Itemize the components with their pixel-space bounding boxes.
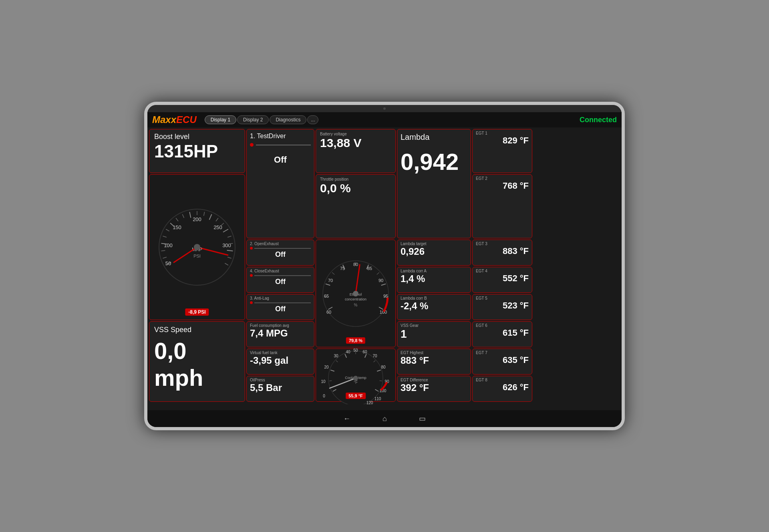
coolant-badge: 55,9 °F xyxy=(346,393,366,399)
ethanol-badge: 79,8 % xyxy=(346,337,365,344)
svg-text:120: 120 xyxy=(366,401,373,404)
svg-text:70: 70 xyxy=(372,354,377,358)
lambda-corr-b-label: Lambda corr B xyxy=(401,296,467,300)
top-bar: MaxxECU Display 1 Display 2 Diagnostics … xyxy=(147,112,622,127)
svg-text:150: 150 xyxy=(173,224,181,230)
egt4-label: EGT 4 xyxy=(476,269,529,273)
closeexhaust-label: 4. CloseExhaust xyxy=(250,269,311,273)
openexhaust-label: 2. OpenExhaust xyxy=(250,242,311,246)
lambda-target-cell: Lambda target 0,926 xyxy=(397,240,471,266)
egt2-value: 768 °F xyxy=(476,181,529,191)
virtual-fuel-label: Virtual fuel tank xyxy=(250,351,311,355)
fuel-consumption-value: 7,4 MPG xyxy=(250,328,311,339)
closeexhaust-track xyxy=(254,275,311,276)
vss-speed-title: VSS Speed xyxy=(154,326,240,334)
nav-back-button[interactable]: ← xyxy=(343,415,350,423)
openexhaust-cell: 2. OpenExhaust Off xyxy=(246,240,314,266)
svg-text:90: 90 xyxy=(378,278,383,283)
egt-highest-label: EGT Highest xyxy=(401,351,467,355)
egt-highest-cell: EGT Highest 883 °F xyxy=(397,349,471,375)
egt6-value: 615 °F xyxy=(476,328,529,338)
fuel-consumption-label: Fuel consumption avg xyxy=(250,323,311,328)
app-logo: MaxxECU xyxy=(152,114,197,125)
vss-speed-value: 0,0 mph xyxy=(154,337,240,391)
egt7-cell: EGT 7 635 °F xyxy=(472,349,532,375)
lambda-corr-b-value: -2,4 % xyxy=(401,300,467,312)
ethanol-cell: 60 65 70 75 80 85 90 95 100 Ethanol conc… xyxy=(316,240,396,347)
svg-text:85: 85 xyxy=(367,266,372,271)
lambda-target-label: Lambda target xyxy=(401,242,467,246)
svg-text:80: 80 xyxy=(381,365,386,369)
tab-display2[interactable]: Display 2 xyxy=(237,115,269,124)
tab-display1[interactable]: Display 1 xyxy=(205,115,236,124)
svg-text:PSI: PSI xyxy=(193,254,201,258)
tablet-frame: MaxxECU Display 1 Display 2 Diagnostics … xyxy=(144,102,625,430)
lambda-corr-a-label: Lambda corr A xyxy=(401,269,467,273)
egt-difference-label: EGT Difference xyxy=(401,378,467,382)
lambda-corr-b-cell: Lambda corr B -2,4 % xyxy=(397,294,471,320)
svg-text:70: 70 xyxy=(328,278,333,283)
egt5-cell: EGT 5 523 °F xyxy=(472,294,532,320)
oilpress-label: OilPress xyxy=(250,378,311,382)
tab-more[interactable]: ... xyxy=(307,115,318,124)
svg-text:°F: °F xyxy=(354,380,358,385)
egt7-label: EGT 7 xyxy=(476,351,529,355)
svg-text:60: 60 xyxy=(326,310,331,314)
svg-text:40: 40 xyxy=(346,350,350,354)
psi-badge: -8,9 PSI xyxy=(185,308,209,316)
svg-text:65: 65 xyxy=(324,294,329,298)
svg-text:80: 80 xyxy=(353,262,358,267)
throttle-value: 0,0 % xyxy=(320,181,391,195)
egt1-cell: EGT 1 829 °F xyxy=(472,129,532,173)
closeexhaust-value: Off xyxy=(250,278,311,286)
fuel-consumption-cell: Fuel consumption avg 7,4 MPG xyxy=(246,321,314,347)
tab-diagnostics[interactable]: Diagnostics xyxy=(270,115,306,124)
lambda-cell: Lambda 0,942 xyxy=(397,129,471,238)
svg-text:10: 10 xyxy=(321,379,326,384)
tablet-camera xyxy=(147,105,622,112)
svg-text:250: 250 xyxy=(213,224,222,230)
vss-gear-value: 1 xyxy=(401,328,467,341)
openexhaust-value: Off xyxy=(250,250,311,259)
egt2-cell: EGT 2 768 °F xyxy=(472,174,532,238)
testdriver-value: Off xyxy=(250,155,311,165)
testdriver-title: 1. TestDriver xyxy=(250,133,311,140)
svg-text:concentration: concentration xyxy=(345,297,366,301)
egt6-label: EGT 6 xyxy=(476,323,529,328)
testdriver-track xyxy=(256,145,311,145)
virtual-fuel-value: -3,95 gal xyxy=(250,355,311,366)
lambda-target-value: 0,926 xyxy=(401,246,467,257)
svg-line-60 xyxy=(329,381,332,381)
lambda-corr-a-cell: Lambda corr A 1,4 % xyxy=(397,267,471,293)
map-gauge-cell: 50 100 150 200 250 300 xyxy=(149,174,245,320)
egt8-label: EGT 8 xyxy=(476,378,529,382)
svg-text:75: 75 xyxy=(340,266,345,271)
virtual-fuel-cell: Virtual fuel tank -3,95 gal xyxy=(246,349,314,375)
battery-label: Battery voltage xyxy=(320,132,391,136)
ethanol-gauge-svg: 60 65 70 75 80 85 90 95 100 Ethanol conc… xyxy=(318,256,394,332)
svg-line-24 xyxy=(229,244,233,244)
egt-difference-cell: EGT Difference 392 °F xyxy=(397,376,471,402)
svg-point-31 xyxy=(194,244,200,250)
svg-text:20: 20 xyxy=(324,365,329,369)
svg-point-57 xyxy=(353,291,358,296)
egt8-value: 626 °F xyxy=(476,382,529,393)
nav-home-button[interactable]: ⌂ xyxy=(382,415,387,423)
svg-text:30: 30 xyxy=(334,354,338,358)
lambda-value: 0,942 xyxy=(401,148,467,175)
vss-gear-cell: VSS Gear 1 xyxy=(397,321,471,347)
egt5-label: EGT 5 xyxy=(476,296,529,300)
vss-gear-label: VSS Gear xyxy=(401,323,467,328)
svg-text:200: 200 xyxy=(193,216,201,222)
oilpress-value: 5,5 Bar xyxy=(250,382,311,393)
nav-recents-button[interactable]: ▭ xyxy=(419,414,426,423)
egt4-cell: EGT 4 552 °F xyxy=(472,267,532,293)
svg-point-86 xyxy=(353,376,358,381)
egt3-cell: EGT 3 883 °F xyxy=(472,240,532,266)
svg-line-68 xyxy=(380,381,382,381)
tabs-area: Display 1 Display 2 Diagnostics ... xyxy=(205,115,319,124)
svg-text:300: 300 xyxy=(222,242,231,248)
battery-cell: Battery voltage 13,88 V xyxy=(316,129,396,173)
egt3-value: 883 °F xyxy=(476,246,529,256)
connected-status: Connected xyxy=(580,116,617,124)
